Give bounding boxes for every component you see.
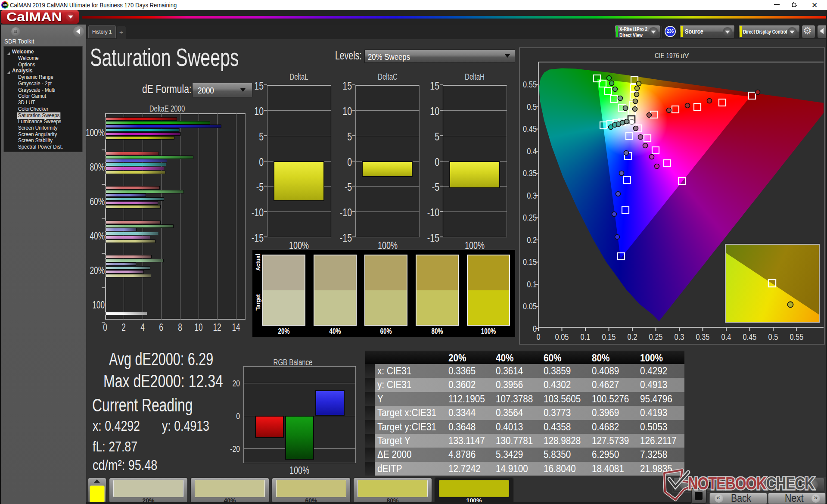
svg-text:0.55: 0.55 bbox=[790, 332, 804, 342]
svg-text:0.4: 0.4 bbox=[527, 146, 537, 156]
svg-text:0.4: 0.4 bbox=[721, 332, 731, 342]
svg-text:CIE 1976 u'v': CIE 1976 u'v' bbox=[655, 52, 689, 60]
svg-text:0.45: 0.45 bbox=[523, 124, 537, 134]
svg-text:0.55: 0.55 bbox=[523, 80, 537, 90]
svg-text:0.5: 0.5 bbox=[768, 332, 778, 342]
svg-text:0.05: 0.05 bbox=[523, 302, 537, 311]
svg-text:0.15: 0.15 bbox=[602, 332, 616, 342]
svg-text:0.1: 0.1 bbox=[527, 279, 537, 289]
svg-text:0.35: 0.35 bbox=[696, 332, 710, 342]
svg-text:0.45: 0.45 bbox=[743, 332, 757, 342]
svg-text:0.5: 0.5 bbox=[527, 102, 537, 112]
svg-text:0.35: 0.35 bbox=[523, 168, 537, 178]
svg-text:0.25: 0.25 bbox=[649, 332, 663, 342]
svg-text:0.3: 0.3 bbox=[675, 332, 684, 342]
svg-text:0.2: 0.2 bbox=[527, 235, 537, 245]
svg-text:0.05: 0.05 bbox=[555, 332, 569, 342]
svg-text:0: 0 bbox=[536, 332, 540, 342]
svg-text:0.1: 0.1 bbox=[581, 332, 591, 342]
svg-text:0.2: 0.2 bbox=[628, 332, 637, 342]
svg-text:0.3: 0.3 bbox=[527, 190, 537, 200]
svg-text:0.15: 0.15 bbox=[523, 257, 537, 267]
svg-text:0.25: 0.25 bbox=[523, 213, 537, 223]
svg-text:0: 0 bbox=[533, 324, 537, 333]
